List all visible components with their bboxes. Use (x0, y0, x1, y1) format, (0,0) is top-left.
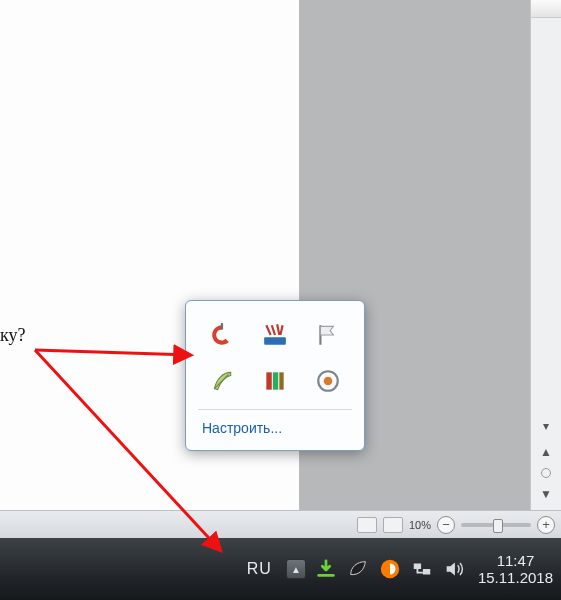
volume-icon[interactable] (442, 557, 466, 581)
hidden-icons-grid (196, 315, 354, 409)
svg-rect-1 (264, 337, 286, 345)
zoom-out-button[interactable]: − (437, 516, 455, 534)
leaf-icon[interactable] (346, 557, 370, 581)
page-down-icon[interactable]: ▼ (535, 484, 557, 504)
zoom-in-button[interactable]: + (537, 516, 555, 534)
taskbar: RU ▲ 11:47 15.11.2018 (0, 538, 561, 600)
browse-object-icon[interactable] (541, 468, 551, 478)
configure-link[interactable]: Настроить... (196, 410, 354, 444)
clock-date: 15.11.2018 (478, 569, 553, 586)
svg-point-6 (324, 377, 333, 386)
zoom-percent: 10% (409, 519, 431, 531)
flag-icon[interactable] (314, 321, 342, 349)
zoom-slider[interactable] (461, 523, 531, 527)
svg-rect-9 (423, 569, 430, 575)
svg-rect-8 (414, 564, 421, 570)
books-icon[interactable] (261, 367, 289, 395)
svg-rect-3 (273, 372, 278, 389)
page-up-icon[interactable]: ▲ (535, 442, 557, 462)
view-mode-button-2[interactable] (383, 517, 403, 533)
svg-rect-0 (221, 323, 223, 330)
svg-rect-4 (279, 372, 283, 389)
vertical-scrollbar[interactable]: ▾ ▲ ▼ (530, 0, 561, 510)
collapse-icon[interactable]: ▾ (535, 416, 557, 436)
document-text-fragment: ку? (0, 325, 25, 346)
avast-icon[interactable] (378, 557, 402, 581)
show-hidden-icons-button[interactable]: ▲ (286, 559, 306, 579)
clock-time: 11:47 (478, 552, 553, 569)
network-icon[interactable] (410, 557, 434, 581)
target-icon[interactable] (314, 367, 342, 395)
ccleaner-icon[interactable] (208, 321, 236, 349)
scroll-up-button[interactable] (531, 0, 561, 18)
download-icon[interactable] (314, 557, 338, 581)
view-mode-button-1[interactable] (357, 517, 377, 533)
clock[interactable]: 11:47 15.11.2018 (474, 552, 553, 587)
hidden-icons-popup: Настроить... (185, 300, 365, 451)
feather-icon[interactable] (208, 367, 236, 395)
language-indicator[interactable]: RU (241, 556, 278, 582)
svg-rect-2 (266, 372, 271, 389)
brush-tool-icon[interactable] (261, 321, 289, 349)
status-bar: 10% − + (0, 510, 561, 538)
